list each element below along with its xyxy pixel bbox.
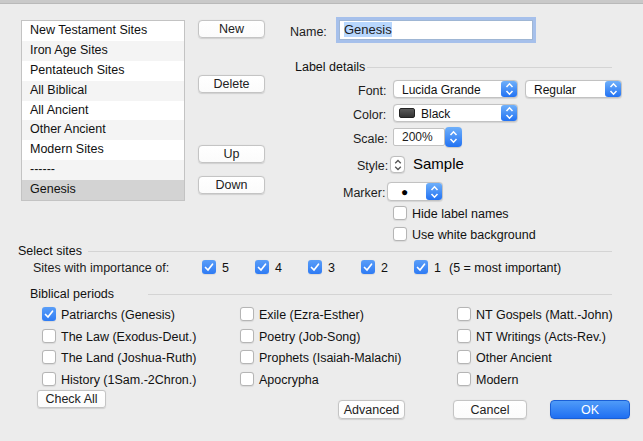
period-apocrypha-checkbox[interactable] [240,372,254,386]
importance-2-checkbox[interactable] [361,260,375,274]
importance-1-checkbox[interactable] [414,260,428,274]
scale-stepper[interactable] [445,127,462,147]
use-white-background-label: Use white background [412,228,536,242]
ok-button[interactable]: OK [550,400,630,419]
period-patriarchs-label: Patriarchs (Genesis) [61,308,175,322]
period-prophets-checkbox[interactable] [240,350,254,364]
period-nt-gospels-checkbox[interactable] [457,307,471,321]
use-white-background-checkbox[interactable] [393,227,407,241]
popup-stepper-icon [501,105,517,121]
stepper-icon [394,159,402,171]
list-item[interactable]: New Testament Sites [22,21,184,41]
importance-3-checkbox[interactable] [308,260,322,274]
font-style-popup[interactable]: Regular [525,80,622,98]
down-button[interactable]: Down [198,176,265,194]
cancel-button[interactable]: Cancel [453,400,527,419]
style-stepper[interactable] [390,156,405,173]
list-item[interactable]: Other Ancient [22,120,184,140]
style-sample-text: Sample [413,155,464,172]
popup-stepper-icon [426,183,442,200]
period-other-ancient-checkbox[interactable] [457,350,471,364]
list-item[interactable]: Modern Sites [22,140,184,160]
advanced-button[interactable]: Advanced [338,400,405,419]
period-law-checkbox[interactable] [42,329,56,343]
color-popup[interactable]: Black [393,104,518,122]
period-nt-writings-label: NT Writings (Acts-Rev.) [476,330,606,344]
name-input-value: Genesis [344,22,392,37]
period-poetry-label: Poetry (Job-Song) [259,330,360,344]
font-popup[interactable]: Lucida Grande [393,80,518,98]
period-exile-checkbox[interactable] [240,307,254,321]
period-land-checkbox[interactable] [42,350,56,364]
list-item[interactable]: Iron Age Sites [22,41,184,61]
marker-popup[interactable]: ● [387,182,443,201]
period-land-label: The Land (Joshua-Ruth) [61,351,197,365]
importance-5-checkbox[interactable] [202,260,216,274]
period-history-label: History (1Sam.-2Chron.) [61,373,196,387]
select-sites-separator [88,251,612,252]
name-label: Name: [290,25,327,39]
marker-label: Marker: [343,186,385,200]
list-item-selected[interactable]: Genesis [22,180,184,200]
window-top-edge [0,0,643,4]
scale-label: Scale: [353,132,388,146]
stepper-icon [449,130,458,144]
hide-label-names-label: Hide label names [412,207,509,221]
list-item[interactable]: Pentateuch Sites [22,61,184,81]
font-popup-value: Lucida Grande [402,82,481,98]
importance-2-label: 2 [381,261,388,275]
list-item-separator[interactable]: ------ [22,160,184,180]
importance-1-label: 1 [434,261,441,275]
biblical-periods-title: Biblical periods [30,287,114,301]
color-label: Color: [353,108,386,122]
period-nt-writings-checkbox[interactable] [457,329,471,343]
period-law-label: The Law (Exodus-Deut.) [61,330,196,344]
select-sites-title: Select sites [18,244,82,258]
site-set-dialog: New Testament Sites Iron Age Sites Penta… [0,0,643,441]
popup-stepper-icon [605,81,621,97]
importance-label: Sites with importance of: [33,261,169,275]
biblical-periods-separator [148,294,612,295]
style-label: Style: [357,159,388,173]
importance-note: (5 = most important) [449,261,561,275]
delete-button[interactable]: Delete [198,75,265,93]
color-swatch [399,108,415,118]
list-item[interactable]: All Ancient [22,101,184,121]
scale-field[interactable]: 200% [393,128,445,146]
period-modern-label: Modern [476,373,518,387]
period-modern-checkbox[interactable] [457,372,471,386]
marker-dot-glyph: ● [401,184,408,200]
name-input[interactable]: Genesis [339,20,533,40]
period-nt-gospels-label: NT Gospels (Matt.-John) [476,308,613,322]
up-button[interactable]: Up [198,145,265,163]
hide-label-names-checkbox[interactable] [393,206,407,220]
importance-3-label: 3 [328,261,335,275]
site-sets-list[interactable]: New Testament Sites Iron Age Sites Penta… [21,20,185,201]
font-style-popup-value: Regular [534,82,576,98]
color-popup-value: Black [421,106,450,122]
period-patriarchs-checkbox[interactable] [42,307,56,321]
period-prophets-label: Prophets (Isaiah-Malachi) [259,351,401,365]
importance-4-label: 4 [275,261,282,275]
importance-4-checkbox[interactable] [255,260,269,274]
label-details-title: Label details [295,60,365,74]
period-apocrypha-label: Apocrypha [259,373,319,387]
popup-stepper-icon [501,81,517,97]
period-exile-label: Exile (Ezra-Esther) [259,308,364,322]
period-poetry-checkbox[interactable] [240,329,254,343]
period-other-ancient-label: Other Ancient [476,351,552,365]
importance-5-label: 5 [222,261,229,275]
period-history-checkbox[interactable] [42,372,56,386]
list-item[interactable]: All Biblical [22,81,184,101]
check-all-button[interactable]: Check All [37,390,106,408]
new-button[interactable]: New [198,20,265,38]
label-details-separator [367,67,612,68]
font-label: Font: [358,84,387,98]
